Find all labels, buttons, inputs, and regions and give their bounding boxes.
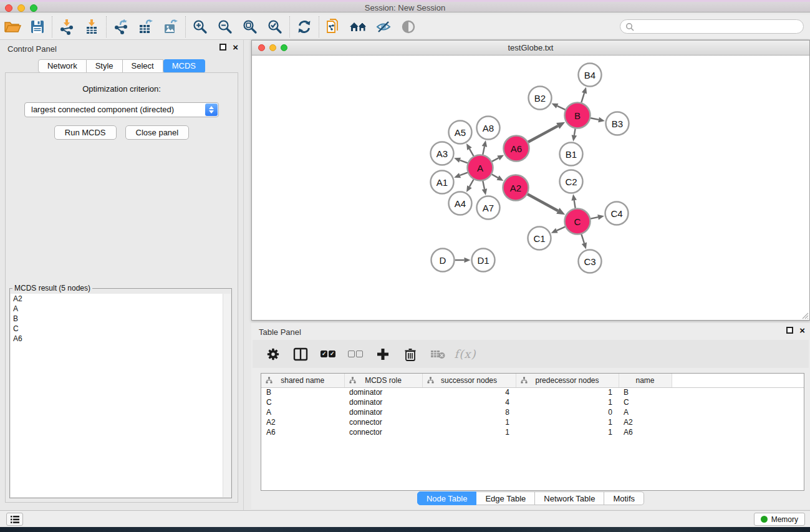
table-row[interactable]: Cdominator41C xyxy=(261,397,804,407)
cell-mcds-role[interactable]: dominator xyxy=(344,407,422,417)
result-item[interactable]: A xyxy=(11,304,231,314)
float-table-panel-icon[interactable] xyxy=(786,327,793,334)
node-label-C3: C3 xyxy=(584,256,595,267)
cell-shared-name[interactable]: A6 xyxy=(261,427,344,437)
select-all-button[interactable] xyxy=(316,343,340,365)
resize-grip-icon[interactable] xyxy=(800,311,809,319)
tab-network[interactable]: Network xyxy=(38,59,87,73)
tab-node-table[interactable]: Node Table xyxy=(417,491,477,505)
add-column-button[interactable] xyxy=(371,343,395,365)
edge-A-A7 xyxy=(483,181,485,189)
cell-successor-nodes[interactable]: 4 xyxy=(422,397,516,407)
cell-shared-name[interactable]: B xyxy=(261,387,344,397)
node-label-A: A xyxy=(477,163,483,173)
zoom-selected-button[interactable] xyxy=(263,16,287,37)
cell-name[interactable]: A xyxy=(619,407,672,417)
node-label-A7: A7 xyxy=(483,203,494,213)
cell-successor-nodes[interactable]: 8 xyxy=(422,407,516,417)
close-panel-icon[interactable]: × xyxy=(233,44,238,51)
search-box[interactable] xyxy=(620,19,804,34)
tab-style[interactable]: Style xyxy=(87,59,123,73)
zoom-out-button[interactable] xyxy=(213,16,238,37)
node-label-B2: B2 xyxy=(534,93,546,104)
column-header-predecessor-nodes[interactable]: predecessor nodes xyxy=(516,374,619,387)
home-button[interactable] xyxy=(346,16,371,37)
close-table-panel-icon[interactable]: × xyxy=(799,327,805,334)
cell-predecessor-nodes[interactable]: 0 xyxy=(516,407,619,417)
arrowhead-icon xyxy=(598,117,605,122)
network-window-titlebar: testGlobe.txt xyxy=(252,41,809,56)
toolbar-separator xyxy=(106,16,107,37)
save-session-button[interactable] xyxy=(25,16,50,37)
tab-motifs[interactable]: Motifs xyxy=(604,491,644,505)
cell-shared-name[interactable]: A xyxy=(261,407,344,417)
table-row[interactable]: Bdominator41B xyxy=(261,387,804,397)
cell-predecessor-nodes[interactable]: 1 xyxy=(516,417,619,427)
network-canvas[interactable]: AA1A2A3A4A5A6A7A8BB1B2B3B4CC1C2C3C4DD1 xyxy=(252,56,809,320)
table-row[interactable]: Adominator80A xyxy=(261,407,804,417)
table-row[interactable]: A6connector11A6 xyxy=(261,427,804,437)
column-header-mcds-role[interactable]: MCDS role xyxy=(344,374,422,387)
cell-name[interactable]: B xyxy=(619,387,672,397)
function-builder-button[interactable]: f(x) xyxy=(453,343,477,365)
criterion-select[interactable]: largest connected component (directed) xyxy=(24,102,219,117)
split-columns-button[interactable] xyxy=(289,343,312,365)
float-panel-icon[interactable] xyxy=(219,44,226,51)
show-details-button[interactable] xyxy=(396,16,421,37)
cell-name[interactable]: A2 xyxy=(619,417,672,427)
save-icon xyxy=(30,19,45,34)
run-mcds-button[interactable]: Run MCDS xyxy=(54,125,117,140)
cell-shared-name[interactable]: C xyxy=(261,397,344,407)
column-header-successor-nodes[interactable]: successor nodes xyxy=(422,374,516,387)
refresh-button[interactable] xyxy=(292,16,317,37)
cell-successor-nodes[interactable]: 1 xyxy=(422,417,516,427)
result-item[interactable]: A2 xyxy=(11,294,231,304)
cell-name[interactable]: A6 xyxy=(619,427,672,437)
hide-details-button[interactable] xyxy=(371,16,396,37)
cell-mcds-role[interactable]: dominator xyxy=(344,387,422,397)
control-panel-title: Control Panel xyxy=(7,44,57,54)
cell-predecessor-nodes[interactable]: 1 xyxy=(516,387,619,397)
close-panel-button[interactable]: Close panel xyxy=(125,125,190,140)
cell-successor-nodes[interactable]: 4 xyxy=(422,387,516,397)
node-label-C1: C1 xyxy=(533,233,545,244)
deselect-all-button[interactable] xyxy=(344,343,367,365)
edge-A-A2 xyxy=(492,175,498,178)
cell-successor-nodes[interactable]: 1 xyxy=(422,427,516,437)
search-input[interactable] xyxy=(634,20,803,33)
export-network-button[interactable] xyxy=(108,16,133,37)
delete-table-button[interactable] xyxy=(426,343,450,365)
new-network-from-file-button[interactable] xyxy=(321,16,346,37)
node-label-B: B xyxy=(574,110,581,121)
export-table-button[interactable] xyxy=(133,16,158,37)
result-item[interactable]: A6 xyxy=(11,334,231,344)
cell-mcds-role[interactable]: dominator xyxy=(344,397,422,407)
tab-edge-table[interactable]: Edge Table xyxy=(476,491,535,505)
tab-select[interactable]: Select xyxy=(123,59,163,73)
cell-predecessor-nodes[interactable]: 1 xyxy=(516,397,619,407)
result-item[interactable]: B xyxy=(11,314,231,324)
memory-button[interactable]: Memory xyxy=(754,513,805,526)
cell-name[interactable]: C xyxy=(619,397,672,407)
export-image-button[interactable] xyxy=(158,16,183,37)
cell-mcds-role[interactable]: connector xyxy=(344,417,422,427)
column-header-shared-name[interactable]: shared name xyxy=(261,374,344,387)
result-list-scrollbar[interactable] xyxy=(223,294,231,497)
table-row[interactable]: A2connector11A2 xyxy=(261,417,804,427)
table-settings-button[interactable] xyxy=(261,343,285,365)
cell-predecessor-nodes[interactable]: 1 xyxy=(516,427,619,437)
task-history-button[interactable] xyxy=(6,513,23,526)
cell-mcds-role[interactable]: connector xyxy=(344,427,422,437)
import-network-button[interactable] xyxy=(54,16,79,37)
result-item[interactable]: C xyxy=(11,324,231,334)
import-table-button[interactable] xyxy=(79,16,104,37)
zoom-fit-button[interactable] xyxy=(238,16,263,37)
column-header-name[interactable]: name xyxy=(619,374,672,387)
delete-column-button[interactable] xyxy=(398,343,422,365)
zoom-in-button[interactable] xyxy=(188,16,213,37)
cell-shared-name[interactable]: A2 xyxy=(261,417,344,427)
edge-A-A4 xyxy=(470,180,474,187)
open-folder-button[interactable] xyxy=(0,16,25,37)
tab-mcds[interactable]: MCDS xyxy=(163,59,205,73)
tab-network-table[interactable]: Network Table xyxy=(535,491,604,505)
